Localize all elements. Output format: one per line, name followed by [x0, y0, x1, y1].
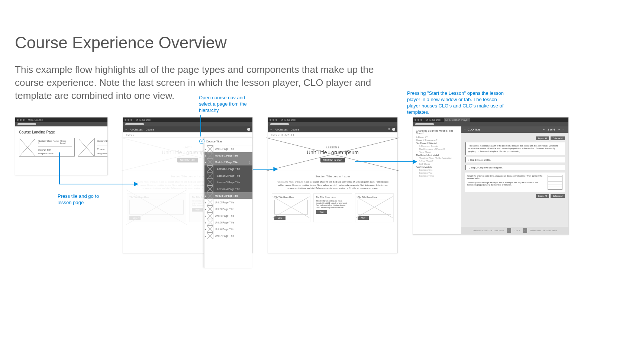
avatar-icon[interactable]	[247, 128, 250, 131]
clo-toc: Changing Scientific Models: The Search… …	[413, 126, 461, 234]
problem-text: The slowest mammal on Earth is the tree …	[465, 142, 565, 155]
lesson-kicker: LESSON 1	[326, 146, 339, 149]
tab-label: MHE Course	[426, 119, 441, 121]
landing-heading: Course Landing Page	[19, 130, 104, 134]
appbar-course[interactable]: Course	[146, 128, 154, 131]
tile-title: Tile Title Goes Here	[358, 196, 391, 198]
lesson-hero: LESSON 1 Unit Title Lorum Ipsum Start th…	[268, 138, 397, 171]
annotation-tile: Press tile and go to lesson page	[58, 193, 106, 206]
unit-title: Unit Title Lorum Ipsum	[162, 149, 214, 155]
pager-next-button[interactable]: ›	[523, 228, 527, 233]
appbar-course[interactable]: Course	[291, 128, 299, 131]
hamburger-icon[interactable]: ≡	[125, 128, 127, 131]
tab-label: MHE Lesson Player	[444, 118, 470, 122]
content-tile[interactable]: Tile Title Goes Here View	[127, 193, 186, 222]
drawer-row[interactable]: ▸Unit 4 Page Title	[204, 212, 252, 219]
app-bar: ≡ All Classes Course	[123, 126, 252, 132]
window-titlebar: MHE Course MHE Lesson Player	[413, 117, 568, 122]
expand-all-button[interactable]: Expand All	[536, 194, 549, 198]
toc-item[interactable]: A New Model?	[416, 160, 458, 162]
toc-item[interactable]: The Discovery of Planet X	[416, 148, 458, 150]
breadcrumb[interactable]: Index ›	[123, 132, 252, 138]
chevron-right-icon[interactable]: ›	[464, 128, 465, 131]
view-button[interactable]: View	[274, 216, 286, 220]
breadcrumb[interactable]: Index › U1 › M2 › L1	[268, 132, 397, 138]
drawer-row[interactable]: ▸Module 3 Page Title	[204, 192, 252, 199]
view-button[interactable]: View	[316, 210, 327, 214]
drawer-row[interactable]: Lesson 4 Page Title	[204, 186, 252, 192]
clo-title: CLO Title	[468, 128, 480, 131]
toc-item[interactable]: Modeling Pluto: Middle Animation	[416, 157, 458, 159]
back-arrow-icon[interactable]: ←	[542, 128, 545, 131]
drawer-row[interactable]: ▸Unit 7 Page Title	[204, 232, 252, 239]
step-1[interactable]: › Step 1: Make a table.	[465, 157, 565, 162]
course-tile[interactable]: Custom Class Name 1Grade Level Course Ti…	[19, 138, 75, 157]
drawer-row[interactable]: ▸Unit 2 Page Title	[204, 199, 252, 206]
toc-item[interactable]: Self-Check	[416, 163, 458, 165]
url-bar	[123, 122, 252, 126]
toc-item[interactable]: Not a Planet	[416, 151, 458, 153]
drawer-row[interactable]: ▸Unit 5 Page Title	[204, 219, 252, 226]
pager-prev-label: Previous Asset Title Goes Here	[473, 229, 504, 232]
drawer-row[interactable]: Lesson 3 Page Title	[204, 179, 252, 186]
toc-item[interactable]: Planet X Discovered?	[416, 139, 458, 141]
toc-item[interactable]: Analyze Models	[416, 166, 458, 168]
window-titlebar: MHE Course	[15, 117, 107, 122]
drawer-row[interactable]: ▾Module 2 Page Title⋮	[204, 159, 252, 165]
tab-label: MHE Course	[281, 119, 296, 121]
tile-description: Tile description usce justo risus, tinci…	[316, 200, 349, 209]
view-button[interactable]: View	[192, 208, 203, 212]
pager-next-label: Next Asset Title Goes Here	[530, 229, 557, 232]
forward-arrow-icon[interactable]: →	[557, 128, 560, 131]
collapse-all-button[interactable]: Collapse All	[551, 194, 565, 198]
expand-all-button[interactable]: Expand All	[536, 136, 549, 140]
pager-position: 3 of 3	[514, 229, 520, 232]
grade-level: Grade Level	[60, 140, 72, 144]
flow-container: Open course nav and select a page from t…	[15, 117, 614, 253]
toc-item[interactable]: The Established Model	[416, 154, 458, 156]
class-name: Custom Class Name 1	[38, 140, 60, 144]
step-2[interactable]: ⌄ Step 2: Graph the ordered pairs.	[465, 165, 565, 170]
window-titlebar: MHE Course	[123, 117, 252, 122]
course-nav-drawer: « Course Title ▸Unit 1 Page Title▸Module…	[204, 138, 252, 268]
panel-lesson: MHE Course ≡ All Classes Course ⚲ Index …	[268, 117, 398, 253]
course-title: Course Title	[38, 149, 72, 151]
clo-titlebar: › CLO Title ← 3 of 4 → ⋯	[461, 126, 568, 133]
appbar-classes[interactable]: All Classes	[275, 128, 288, 131]
program-name: Program Name	[38, 152, 72, 155]
drawer-row[interactable]: Lesson 1 Page Title	[204, 165, 252, 172]
hamburger-icon[interactable]: ≡	[270, 128, 272, 131]
tab-label: MHE Course	[136, 119, 151, 121]
lesson-title: Unit Title Lorum Ipsum	[307, 149, 359, 155]
window-titlebar: MHE Course	[268, 117, 397, 122]
appbar-classes[interactable]: All Classes	[130, 128, 143, 131]
content-tile[interactable]: Tile Title Goes Here View	[272, 193, 310, 222]
toc-item[interactable]: Scenario One	[416, 169, 458, 171]
pager-prev-button[interactable]: ‹	[507, 228, 511, 233]
graph-grid	[548, 175, 562, 190]
toc-item[interactable]: A Planet X?	[416, 136, 458, 138]
toc-item[interactable]: Not Planet X After All	[416, 142, 458, 144]
drawer-row[interactable]: Lesson 2 Page Title	[204, 172, 252, 179]
toc-item[interactable]: Scenario Three	[416, 175, 458, 177]
step-2-body: Graph the ordered pairs (time, distance)…	[465, 173, 565, 192]
more-icon[interactable]: ⋯	[562, 128, 565, 131]
content-tile[interactable]: Tile Title Goes Here Tile description us…	[313, 193, 352, 222]
course-tile[interactable]: Custom Cla Course Program N	[78, 138, 107, 157]
start-unit-button[interactable]: Start the Unit	[177, 158, 199, 162]
avatar-icon[interactable]	[392, 128, 395, 131]
placeholder-image	[78, 138, 95, 156]
view-button[interactable]: View	[358, 216, 369, 220]
section-text: Fusce justo risus, tincidunt in dui id, …	[268, 180, 397, 193]
toc-heading: Changing Scientific Models: The Search…	[416, 129, 458, 135]
placeholder-image	[274, 200, 308, 215]
tile-title: Tile Title Goes Here	[316, 196, 349, 198]
drawer-row[interactable]: ▸Unit 6 Page Title	[204, 226, 252, 232]
clo-pager: Previous Asset Title Goes Here ‹ 3 of 3 …	[461, 227, 568, 234]
content-tile[interactable]: Tile Title Goes Here View	[355, 193, 394, 222]
toc-item[interactable]: Scenario Two	[416, 172, 458, 174]
toc-item[interactable]: A Planetary Puzzle	[416, 145, 458, 147]
drawer-row[interactable]: ▸Unit 3 Page Title	[204, 206, 252, 212]
start-lesson-button[interactable]: Start the Lesson	[320, 158, 345, 162]
collapse-all-button[interactable]: Collapse All	[551, 136, 565, 140]
